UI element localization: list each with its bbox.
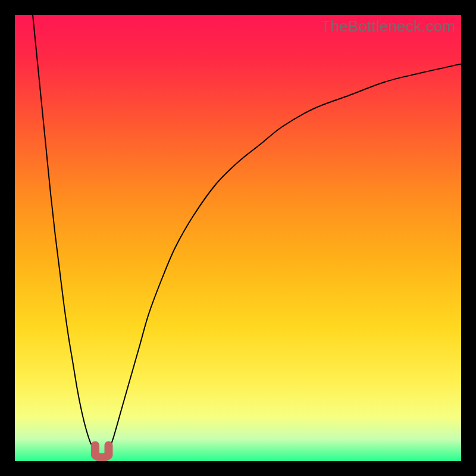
chart-frame: TheBottleneck.com bbox=[0, 0, 476, 476]
plot-area: TheBottleneck.com bbox=[15, 15, 461, 461]
curve-right-branch bbox=[109, 64, 462, 450]
curve-left-branch bbox=[33, 15, 95, 450]
bottom-u-mark bbox=[95, 446, 109, 458]
curve-layer bbox=[15, 15, 461, 461]
